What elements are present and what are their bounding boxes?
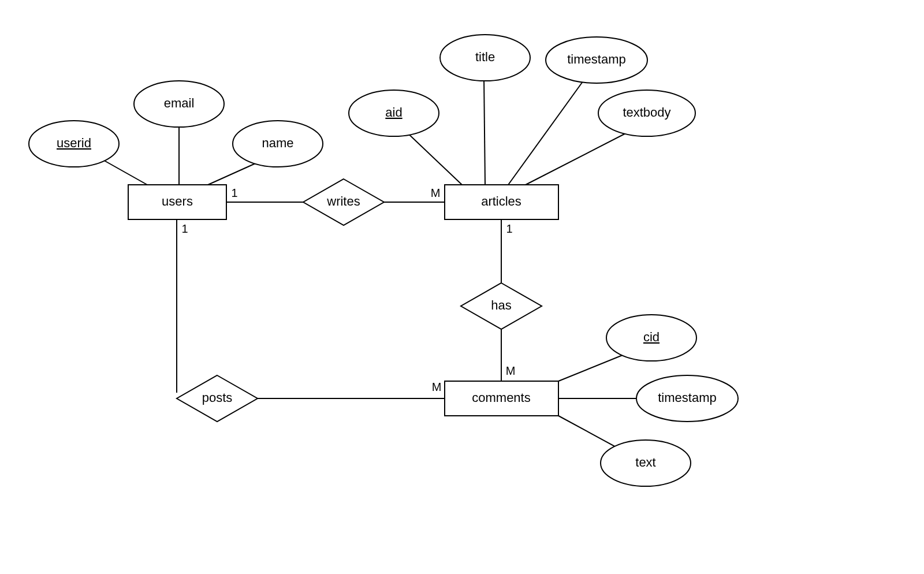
- attr-userid: userid: [29, 121, 119, 167]
- attr-aid: aid: [349, 90, 439, 136]
- svg-text:articles: articles: [481, 194, 521, 208]
- rel-posts: posts: [177, 375, 258, 422]
- svg-text:cid: cid: [643, 330, 660, 344]
- edge-users-userid: [101, 159, 147, 185]
- card-comments-has: M: [506, 364, 516, 377]
- svg-text:timestamp: timestamp: [567, 52, 625, 66]
- entity-articles: articles: [445, 185, 558, 219]
- svg-text:writes: writes: [326, 194, 360, 208]
- svg-text:textbody: textbody: [623, 105, 670, 120]
- svg-text:has: has: [491, 298, 511, 312]
- rel-has: has: [461, 283, 542, 329]
- svg-text:name: name: [262, 136, 293, 150]
- attr-textbody: textbody: [598, 90, 695, 136]
- attr-title: title: [440, 35, 530, 81]
- svg-text:timestamp: timestamp: [658, 390, 716, 405]
- attr-cid: cid: [606, 315, 696, 361]
- edge-articles-title: [484, 78, 485, 185]
- card-users-writes: 1: [231, 187, 237, 199]
- attr-text: text: [601, 440, 691, 486]
- svg-text:users: users: [162, 194, 193, 208]
- attr-comments-timestamp: timestamp: [636, 375, 738, 422]
- attr-email: email: [134, 81, 224, 127]
- svg-text:userid: userid: [57, 136, 91, 150]
- svg-text:comments: comments: [472, 390, 530, 405]
- svg-text:email: email: [164, 96, 195, 110]
- attr-name: name: [233, 121, 323, 167]
- card-articles-writes: M: [431, 187, 441, 199]
- svg-text:posts: posts: [202, 390, 233, 405]
- attr-articles-timestamp: timestamp: [546, 37, 647, 83]
- svg-text:aid: aid: [385, 105, 402, 120]
- card-comments-posts: M: [432, 381, 442, 393]
- svg-text:text: text: [635, 455, 655, 469]
- edge-articles-aid: [404, 130, 462, 185]
- edge-articles-timestamp: [508, 81, 583, 185]
- er-diagram: userid email name aid title timestamp te…: [0, 0, 924, 574]
- entity-comments: comments: [445, 381, 558, 416]
- rel-writes: writes: [303, 179, 384, 225]
- card-articles-has: 1: [506, 222, 512, 235]
- entity-users: users: [128, 185, 226, 219]
- card-users-posts: 1: [181, 222, 188, 235]
- svg-text:title: title: [475, 50, 495, 64]
